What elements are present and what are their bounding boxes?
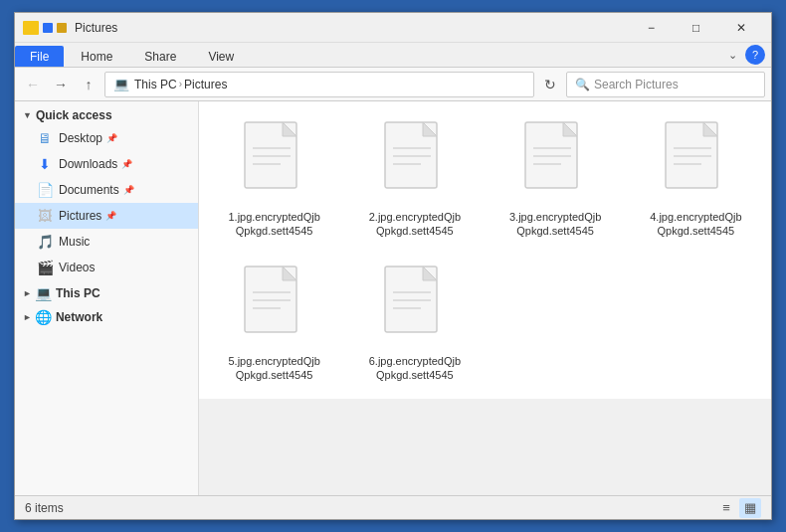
file-item[interactable]: 5.jpg.encryptedQjbQpkgd.sett4545 <box>209 256 339 390</box>
sidebar: ▼ Quick access 🖥 Desktop 📌 ⬇ Downloads 📌… <box>15 101 199 495</box>
search-placeholder: Search Pictures <box>594 78 679 91</box>
search-box[interactable]: 🔍 Search Pictures <box>566 72 765 97</box>
documents-label: Documents <box>59 183 119 197</box>
address-bar: ← → ↑ 💻 This PC › Pictures ↻ 🔍 Search Pi… <box>15 68 771 101</box>
music-icon: 🎵 <box>37 234 53 250</box>
sidebar-item-pictures[interactable]: 🖼 Pictures 📌 <box>15 203 198 229</box>
app-icon-yellow <box>23 21 39 35</box>
thispc-header-icon: 💻 <box>36 285 52 301</box>
window-title: Pictures <box>75 21 629 35</box>
title-bar: Pictures − □ ✕ <box>15 13 771 43</box>
app-icon-gold <box>57 23 67 33</box>
tab-home[interactable]: Home <box>66 46 127 67</box>
thispc-icon: 💻 <box>113 77 129 91</box>
quick-access-label: Quick access <box>36 108 112 122</box>
file-item[interactable]: 2.jpg.encryptedQjbQpkgd.sett4545 <box>349 111 480 246</box>
main-content: ▼ Quick access 🖥 Desktop 📌 ⬇ Downloads 📌… <box>15 101 771 495</box>
quick-access-section: ▼ Quick access 🖥 Desktop 📌 ⬇ Downloads 📌… <box>15 105 198 280</box>
file-name: 1.jpg.encryptedQjbQpkgd.sett4545 <box>225 210 324 239</box>
address-path[interactable]: 💻 This PC › Pictures <box>104 72 534 97</box>
file-name: 6.jpg.encryptedQjbQpkgd.sett4545 <box>365 354 465 383</box>
file-name: 4.jpg.encryptedQjbQpkgd.sett4545 <box>646 210 745 239</box>
videos-label: Videos <box>59 261 95 274</box>
path-segment-pictures: Pictures <box>184 78 227 91</box>
file-icon <box>519 118 591 206</box>
status-bar: 6 items ≡ ▦ <box>15 495 771 519</box>
up-button[interactable]: ↑ <box>77 73 100 96</box>
file-icon <box>239 118 310 206</box>
window-controls: − □ ✕ <box>629 13 763 43</box>
thispc-header-label: This PC <box>56 286 100 300</box>
tab-view[interactable]: View <box>193 46 249 67</box>
thispc-header[interactable]: ► 💻 This PC <box>15 282 198 304</box>
forward-button[interactable]: → <box>49 73 73 96</box>
documents-icon: 📄 <box>37 182 53 198</box>
close-button[interactable]: ✕ <box>718 13 763 43</box>
ribbon-chevron-button[interactable]: ⌄ <box>721 45 743 65</box>
list-view-button[interactable]: ≡ <box>715 498 737 518</box>
videos-icon: 🎬 <box>37 260 53 275</box>
sidebar-item-videos[interactable]: 🎬 Videos <box>15 255 198 280</box>
ribbon-actions: ⌄ ? <box>721 43 771 67</box>
file-icon <box>660 118 731 206</box>
sidebar-item-documents[interactable]: 📄 Documents 📌 <box>15 177 198 203</box>
file-icon <box>379 118 451 206</box>
quick-access-header[interactable]: ▼ Quick access <box>15 105 198 125</box>
title-bar-icon <box>23 21 67 35</box>
back-button[interactable]: ← <box>21 73 45 96</box>
file-icon <box>239 263 310 350</box>
search-icon: 🔍 <box>575 78 590 91</box>
tab-file[interactable]: File <box>15 46 64 67</box>
app-icon-blue <box>43 23 53 33</box>
view-toggle: ≡ ▦ <box>715 498 761 518</box>
desktop-label: Desktop <box>59 131 102 145</box>
minimize-button[interactable]: − <box>629 13 674 43</box>
refresh-button[interactable]: ↻ <box>538 73 562 96</box>
path-arrow-1: › <box>179 79 182 89</box>
file-explorer-window: Pictures − □ ✕ File Home Share View ⌄ ? … <box>14 12 772 520</box>
file-item[interactable]: 4.jpg.encryptedQjbQpkgd.sett4545 <box>631 111 761 246</box>
pin-icon-doc: 📌 <box>123 185 134 195</box>
sidebar-item-music[interactable]: 🎵 Music <box>15 229 198 255</box>
tab-share[interactable]: Share <box>129 46 191 67</box>
pictures-icon: 🖼 <box>37 208 53 224</box>
file-area-container: 1.jpg.encryptedQjbQpkgd.sett4545 2.jpg.e… <box>199 101 771 495</box>
pictures-label: Pictures <box>184 78 227 91</box>
file-icon <box>379 263 451 350</box>
sidebar-item-downloads[interactable]: ⬇ Downloads 📌 <box>15 151 198 177</box>
pictures-label-side: Pictures <box>59 209 101 223</box>
items-count: 6 items <box>25 501 64 515</box>
sidebar-item-desktop[interactable]: 🖥 Desktop 📌 <box>15 125 198 151</box>
file-name: 5.jpg.encryptedQjbQpkgd.sett4545 <box>225 354 324 383</box>
network-expand-arrow: ► <box>23 312 32 322</box>
help-button[interactable]: ? <box>745 45 765 65</box>
thispc-expand-arrow: ► <box>23 288 32 298</box>
file-area: 1.jpg.encryptedQjbQpkgd.sett4545 2.jpg.e… <box>199 101 771 399</box>
thispc-section: ► 💻 This PC <box>15 282 198 304</box>
pin-icon-pic: 📌 <box>105 211 116 221</box>
network-section: ► 🌐 Network <box>15 306 198 328</box>
desktop-icon: 🖥 <box>37 130 53 146</box>
music-label: Music <box>59 235 90 249</box>
expand-arrow: ▼ <box>23 110 32 120</box>
network-icon: 🌐 <box>36 309 52 325</box>
downloads-icon: ⬇ <box>37 156 53 172</box>
ribbon-tabs: File Home Share View <box>15 43 251 67</box>
file-name: 3.jpg.encryptedQjbQpkgd.sett4545 <box>505 210 605 239</box>
ribbon: File Home Share View ⌄ ? <box>15 43 771 68</box>
path-segment-thispc: 💻 This PC <box>113 77 177 91</box>
large-icon-view-button[interactable]: ▦ <box>739 498 761 518</box>
maximize-button[interactable]: □ <box>674 13 718 43</box>
pin-icon: 📌 <box>106 133 117 143</box>
thispc-label: This PC <box>134 78 177 91</box>
file-name: 2.jpg.encryptedQjbQpkgd.sett4545 <box>365 210 465 239</box>
file-item[interactable]: 6.jpg.encryptedQjbQpkgd.sett4545 <box>349 256 480 390</box>
downloads-label: Downloads <box>59 157 117 171</box>
file-item[interactable]: 3.jpg.encryptedQjbQpkgd.sett4545 <box>491 111 621 246</box>
network-label: Network <box>56 310 102 324</box>
file-item[interactable]: 1.jpg.encryptedQjbQpkgd.sett4545 <box>209 111 339 246</box>
pin-icon-dl: 📌 <box>121 159 132 169</box>
network-header[interactable]: ► 🌐 Network <box>15 306 198 328</box>
